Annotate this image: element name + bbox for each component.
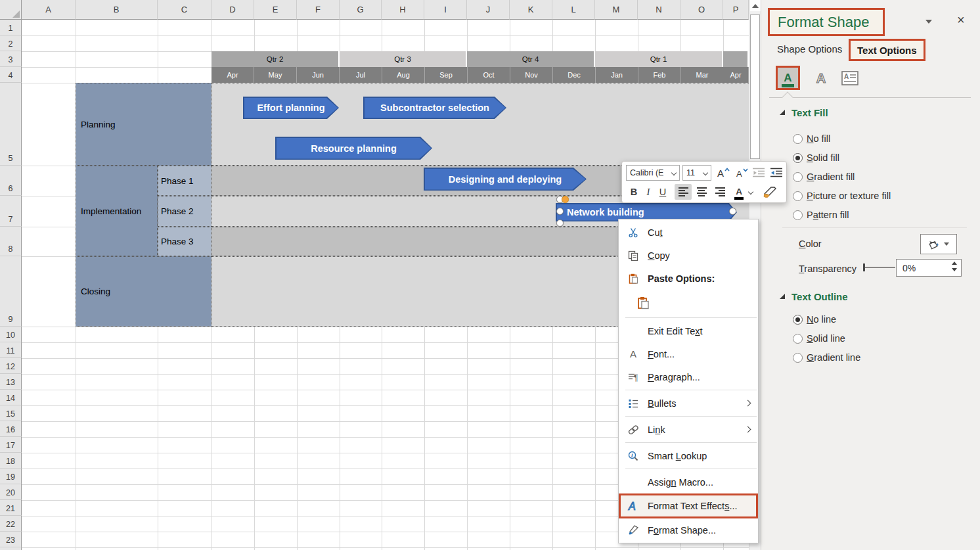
tab-shape-options[interactable]: Shape Options: [777, 43, 842, 55]
row-header-21[interactable]: 21: [0, 500, 22, 516]
task-shape-effort-planning[interactable]: Effort planning: [243, 97, 339, 119]
radio-no-line[interactable]: No line: [761, 313, 836, 325]
column-header-I[interactable]: I: [424, 0, 467, 20]
quarter-band-qtr-3[interactable]: Qtr 3: [340, 51, 467, 67]
font-name-combobox[interactable]: Calibri (E: [626, 165, 680, 181]
row-header-4[interactable]: 4: [0, 67, 22, 83]
quarter-band-partial[interactable]: [723, 51, 749, 67]
adjustment-handle[interactable]: [562, 196, 569, 203]
month-cell-sep-5[interactable]: Sep: [425, 67, 468, 83]
row-header-20[interactable]: 20: [0, 484, 22, 500]
selection-handle-bottom-left[interactable]: [556, 219, 564, 227]
row-header-18[interactable]: 18: [0, 453, 22, 469]
task-shape-designing-and-deploying[interactable]: Designing and deploying: [424, 168, 587, 191]
row-header-22[interactable]: 22: [0, 516, 22, 532]
align-center-button[interactable]: [693, 184, 710, 200]
selection-handle-middle-left[interactable]: [556, 208, 564, 215]
row-header-2[interactable]: 2: [0, 35, 22, 51]
row-header-16[interactable]: 16: [0, 421, 22, 437]
scrollbar-thumb[interactable]: [750, 14, 760, 159]
selection-handle-middle-right[interactable]: [729, 208, 736, 215]
month-cell-jul-3[interactable]: Jul: [340, 67, 382, 83]
row-header-13[interactable]: 13: [0, 374, 22, 390]
font-color-dropdown[interactable]: [747, 184, 756, 200]
textbox-icon[interactable]: A: [840, 68, 860, 88]
month-cell-may-1[interactable]: May: [254, 67, 297, 83]
month-cell-nov-7[interactable]: Nov: [510, 67, 553, 83]
spinner-down-icon[interactable]: [952, 268, 957, 271]
month-cell-dec-8[interactable]: Dec: [553, 67, 596, 83]
menu-item-format-shape[interactable]: Format Shape...: [619, 518, 758, 541]
column-header-L[interactable]: L: [552, 0, 595, 20]
transparency-slider-track[interactable]: [865, 267, 895, 268]
menu-item-bullets[interactable]: Bullets: [619, 392, 758, 415]
text-effects-icon[interactable]: A: [811, 68, 831, 88]
column-header-D[interactable]: D: [212, 0, 254, 20]
select-all-button[interactable]: [0, 0, 22, 20]
radio-gradient-line[interactable]: Gradient line: [761, 352, 860, 363]
row-header-7[interactable]: 7: [0, 196, 22, 227]
shrink-font-button[interactable]: A: [733, 165, 749, 181]
column-header-C[interactable]: C: [158, 0, 212, 20]
month-cell-feb-10[interactable]: Feb: [638, 67, 681, 83]
gantt-cell-implementation[interactable]: Implementation: [76, 166, 158, 256]
task-shape-subcontractor-selection[interactable]: Subcontractor selection: [363, 97, 506, 119]
quarter-band-qtr-4[interactable]: Qtr 4: [467, 51, 595, 67]
scroll-up-button[interactable]: [750, 0, 761, 11]
row-header-23[interactable]: 23: [0, 532, 22, 547]
month-cell-jan-9[interactable]: Jan: [596, 67, 638, 83]
column-header-J[interactable]: J: [467, 0, 510, 20]
menu-item-cut[interactable]: Cut: [619, 221, 758, 244]
menu-item-format-text-effects[interactable]: A Format Text Effects...: [619, 493, 758, 518]
row-header-8[interactable]: 8: [0, 227, 22, 256]
section-text-fill[interactable]: Text Fill: [761, 105, 828, 120]
row-header-6[interactable]: 6: [0, 166, 22, 196]
radio-pattern-fill[interactable]: Pattern fill: [761, 209, 849, 221]
month-cell-apr-12[interactable]: Apr: [723, 67, 749, 83]
radio-solid-line[interactable]: Solid line: [761, 332, 845, 344]
column-header-K[interactable]: K: [510, 0, 552, 20]
row-header-17[interactable]: 17: [0, 437, 22, 453]
column-header-F[interactable]: F: [297, 0, 340, 20]
row-header-15[interactable]: 15: [0, 405, 22, 421]
gantt-cell-planning[interactable]: Planning: [76, 83, 212, 166]
column-header-A[interactable]: A: [22, 0, 76, 20]
menu-item-assign-macro[interactable]: Assign Macro...: [619, 470, 758, 493]
text-fill-outline-icon[interactable]: A: [776, 66, 800, 90]
pane-options-dropdown-icon[interactable]: [925, 20, 932, 24]
month-cell-jun-2[interactable]: Jun: [297, 67, 340, 83]
row-header-1[interactable]: 1: [0, 20, 22, 35]
row-header-3[interactable]: 3: [0, 51, 22, 67]
row-header-9[interactable]: 9: [0, 256, 22, 327]
menu-item-smart-lookup[interactable]: i Smart Lookup: [619, 444, 758, 467]
bold-button[interactable]: B: [627, 184, 640, 200]
spinner-up-icon[interactable]: [952, 262, 957, 265]
gantt-cell-phase-1[interactable]: Phase 1: [158, 166, 212, 196]
column-header-P[interactable]: P: [723, 0, 749, 20]
radio-no-fill[interactable]: No fill: [761, 133, 830, 145]
row-header-10[interactable]: 10: [0, 327, 22, 342]
month-cell-mar-11[interactable]: Mar: [681, 67, 724, 83]
increase-indent-button[interactable]: [768, 165, 785, 181]
column-header-H[interactable]: H: [382, 0, 424, 20]
column-header-B[interactable]: B: [76, 0, 158, 20]
grow-font-button[interactable]: A: [715, 165, 731, 181]
quarter-band-qtr-2[interactable]: Qtr 2: [212, 51, 340, 67]
quarter-band-qtr-1[interactable]: Qtr 1: [595, 51, 723, 67]
gantt-cell-phase-2[interactable]: Phase 2: [158, 196, 212, 227]
gantt-cell-closing[interactable]: Closing: [76, 256, 212, 327]
tab-text-options[interactable]: Text Options: [849, 39, 925, 61]
column-header-M[interactable]: M: [595, 0, 638, 20]
format-painter-button[interactable]: [760, 184, 780, 200]
italic-button[interactable]: I: [642, 184, 654, 200]
row-header-12[interactable]: 12: [0, 358, 22, 374]
month-cell-oct-6[interactable]: Oct: [468, 67, 510, 83]
text-fill-color-button[interactable]: [920, 234, 957, 254]
pane-close-button[interactable]: ×: [957, 13, 965, 26]
decrease-indent-button[interactable]: [751, 165, 767, 181]
row-header-19[interactable]: 19: [0, 469, 22, 484]
menu-item-paragraph[interactable]: ¶ Paragraph...: [619, 365, 758, 388]
column-header-O[interactable]: O: [680, 0, 723, 20]
menu-item-exit-edit-text[interactable]: Exit Edit Text: [619, 319, 758, 342]
paste-option-keep-formatting[interactable]: [619, 290, 758, 316]
